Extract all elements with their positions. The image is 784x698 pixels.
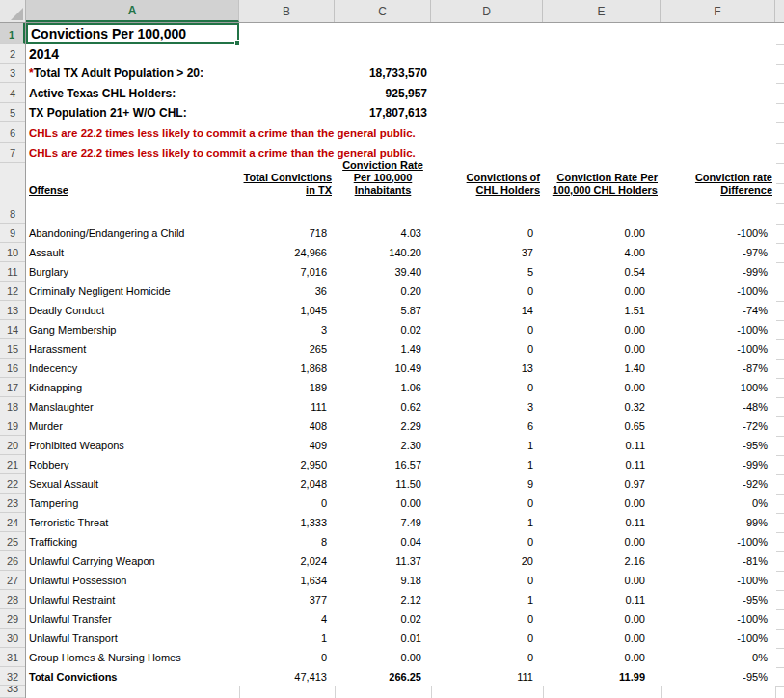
cell-rate-inhabitants[interactable]: 266.25 (335, 667, 431, 686)
row-header-29[interactable]: 29 (0, 609, 25, 629)
cell-chl-convictions[interactable]: 13 (431, 359, 543, 378)
row-header-17[interactable]: 17 (0, 378, 25, 397)
row-header-7[interactable]: 7 (0, 143, 25, 163)
row-header-12[interactable]: 12 (0, 282, 25, 301)
cell-offense[interactable]: Unlawful Carrying Weapon (26, 551, 239, 571)
cell-rate-inhabitants[interactable]: 39.40 (335, 262, 431, 282)
cell-chl-convictions[interactable]: 0 (431, 339, 543, 359)
cell-chl-rate[interactable]: 0.00 (543, 378, 661, 397)
cell-chl-rate[interactable]: 0.00 (543, 571, 661, 590)
cell-offense[interactable]: Kidnapping (26, 378, 239, 397)
cell-difference[interactable]: -100% (661, 378, 775, 397)
row-header-1[interactable]: 1 (0, 23, 25, 44)
cell-chl-convictions[interactable]: 0 (431, 282, 543, 301)
cell-offense[interactable]: Terroristic Threat (26, 513, 239, 532)
cell-rate-inhabitants[interactable]: 16.57 (335, 455, 431, 474)
column-header-a[interactable]: A (26, 0, 239, 22)
cell-rate-inhabitants[interactable]: 0.02 (335, 609, 431, 629)
row-header-9[interactable]: 9 (0, 224, 25, 243)
row-header-11[interactable]: 11 (0, 262, 25, 282)
cell-offense[interactable]: Total Convictions (26, 667, 239, 686)
cell-difference[interactable]: -99% (661, 262, 775, 282)
cell-rate-inhabitants[interactable]: 7.49 (335, 513, 431, 532)
cell-chl-convictions[interactable]: 0 (431, 629, 543, 648)
cell-total-convictions[interactable]: 2,024 (239, 551, 335, 571)
cell-difference[interactable]: -48% (661, 397, 775, 416)
row-header-26[interactable]: 26 (0, 551, 25, 571)
cell-rate-inhabitants[interactable]: 0.04 (335, 532, 431, 551)
cell-offense[interactable]: Unlawful Possession (26, 571, 239, 590)
row-header-31[interactable]: 31 (0, 648, 25, 667)
cell-chl-rate[interactable]: 0.00 (543, 609, 661, 629)
row-header-8[interactable]: 8 (0, 163, 25, 224)
cell-chl-convictions[interactable]: 3 (431, 397, 543, 416)
cell-a1-title[interactable]: Convictions Per 100,000 (26, 23, 239, 44)
cell-total-convictions[interactable]: 7,016 (239, 262, 335, 282)
cell-total-convictions[interactable]: 1,333 (239, 513, 335, 532)
row-header-33[interactable]: 33 (0, 686, 25, 698)
cell-offense[interactable]: Harassment (26, 339, 239, 359)
cell-offense[interactable]: Burglary (26, 262, 239, 282)
cell-difference[interactable]: -100% (661, 282, 775, 301)
cell-rate-inhabitants[interactable]: 11.37 (335, 551, 431, 571)
cell-difference[interactable]: -100% (661, 629, 775, 648)
cell-chl-convictions[interactable]: 0 (431, 609, 543, 629)
cell-offense[interactable]: Criminally Negligent Homicide (26, 282, 239, 301)
cell-difference[interactable]: 0% (661, 648, 775, 667)
cell-offense[interactable]: Prohibited Weapons (26, 436, 239, 455)
note-chl-crime-rate-1[interactable]: CHLs are 22.2 times less likely to commi… (29, 122, 569, 143)
column-header-c[interactable]: C (335, 0, 431, 22)
cell-difference[interactable]: -95% (661, 667, 775, 686)
cell-total-convictions[interactable]: 2,048 (239, 474, 335, 494)
cell-rate-inhabitants[interactable]: 0.00 (335, 648, 431, 667)
cell-rate-inhabitants[interactable]: 140.20 (335, 243, 431, 262)
cell-total-convictions[interactable]: 1,868 (239, 359, 335, 378)
cell-rate-inhabitants[interactable]: 2.12 (335, 590, 431, 609)
cell-difference[interactable]: -74% (661, 301, 775, 320)
cell-chl-convictions[interactable]: 1 (431, 455, 543, 474)
cell-total-convictions[interactable]: 2,950 (239, 455, 335, 474)
header-difference[interactable]: Conviction rateDifference (661, 163, 775, 224)
header-total-convictions[interactable]: Total Convictionsin TX (239, 163, 335, 224)
column-header-e[interactable]: E (543, 0, 661, 22)
cell-rate-inhabitants[interactable]: 2.29 (335, 416, 431, 436)
cell-rate-inhabitants[interactable]: 1.06 (335, 378, 431, 397)
cell-difference[interactable]: -72% (661, 416, 775, 436)
cell-total-convictions[interactable]: 718 (239, 224, 335, 243)
cell-difference[interactable]: -100% (661, 224, 775, 243)
cell-total-convictions[interactable]: 4 (239, 609, 335, 629)
cell-chl-convictions[interactable]: 1 (431, 513, 543, 532)
cell-rate-inhabitants[interactable]: 0.62 (335, 397, 431, 416)
cell-chl-convictions[interactable]: 0 (431, 224, 543, 243)
cell-chl-convictions[interactable]: 0 (431, 532, 543, 551)
cell-chl-convictions[interactable]: 0 (431, 378, 543, 397)
header-chl-convictions[interactable]: Convictions ofCHL Holders (431, 163, 543, 224)
cell-chl-rate[interactable]: 0.00 (543, 339, 661, 359)
cell-difference[interactable]: -87% (661, 359, 775, 378)
row-header-4[interactable]: 4 (0, 83, 25, 103)
row-header-27[interactable]: 27 (0, 571, 25, 590)
cell-difference[interactable]: -100% (661, 532, 775, 551)
cell-offense[interactable]: Trafficking (26, 532, 239, 551)
cell-total-convictions[interactable]: 36 (239, 282, 335, 301)
row-header-16[interactable]: 16 (0, 359, 25, 378)
column-header-b[interactable]: B (239, 0, 335, 22)
cell-total-convictions[interactable]: 1,634 (239, 571, 335, 590)
cell-difference[interactable]: -97% (661, 243, 775, 262)
cell-difference[interactable]: -95% (661, 590, 775, 609)
stat-value-chl-holders[interactable]: 925,957 (335, 83, 427, 103)
cell-offense[interactable]: Deadly Conduct (26, 301, 239, 320)
cell-total-convictions[interactable]: 0 (239, 494, 335, 513)
row-header-13[interactable]: 13 (0, 301, 25, 320)
row-header-3[interactable]: 3 (0, 64, 25, 83)
cell-rate-inhabitants[interactable]: 0.20 (335, 282, 431, 301)
cell-total-convictions[interactable]: 189 (239, 378, 335, 397)
cell-offense[interactable]: Abandoning/Endangering a Child (26, 224, 239, 243)
row-header-5[interactable]: 5 (0, 103, 25, 122)
cell-offense[interactable]: Indecency (26, 359, 239, 378)
cell-rate-inhabitants[interactable]: 11.50 (335, 474, 431, 494)
cell-total-convictions[interactable]: 408 (239, 416, 335, 436)
cell-chl-rate[interactable]: 0.00 (543, 224, 661, 243)
column-header-d[interactable]: D (431, 0, 543, 22)
row-header-22[interactable]: 22 (0, 474, 25, 494)
